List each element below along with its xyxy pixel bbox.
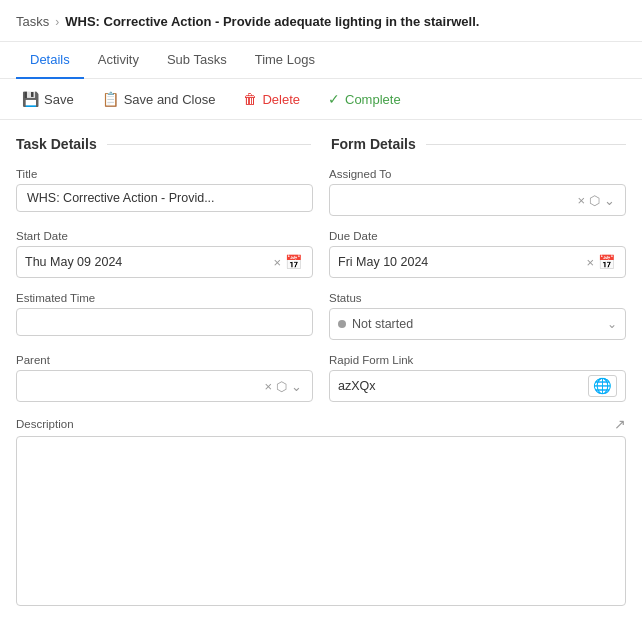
- estimated-time-input[interactable]: [16, 308, 313, 336]
- assigned-to-input-wrap: × ⬡ ⌄: [329, 184, 626, 216]
- tab-bar: Details Activity Sub Tasks Time Logs: [0, 42, 642, 79]
- title-field: Title: [16, 168, 313, 216]
- status-label: Status: [329, 292, 626, 304]
- due-date-clear-icon[interactable]: ×: [584, 255, 596, 270]
- start-date-calendar-icon[interactable]: 📅: [283, 254, 304, 270]
- parent-dropdown-icon[interactable]: ⌄: [289, 379, 304, 394]
- assigned-to-input[interactable]: [338, 193, 575, 207]
- description-expand-icon[interactable]: ↗: [614, 416, 626, 432]
- status-dropdown-icon[interactable]: ⌄: [607, 317, 617, 331]
- globe-icon[interactable]: 🌐: [588, 375, 617, 397]
- start-date-clear-icon[interactable]: ×: [271, 255, 283, 270]
- description-section: Description ↗: [16, 416, 626, 609]
- save-label: Save: [44, 92, 74, 107]
- section-headers: Task Details Form Details: [16, 136, 626, 152]
- description-textarea[interactable]: [16, 436, 626, 606]
- status-select[interactable]: Not started ⌄: [329, 308, 626, 340]
- delete-label: Delete: [262, 92, 300, 107]
- title-input[interactable]: [16, 184, 313, 212]
- description-header: Description ↗: [16, 416, 626, 432]
- form-details-header: Form Details: [331, 136, 626, 152]
- complete-label: Complete: [345, 92, 401, 107]
- parent-clear-icon[interactable]: ×: [262, 379, 274, 394]
- check-icon: ✓: [328, 91, 340, 107]
- status-field: Status Not started ⌄: [329, 292, 626, 340]
- save-icon: 💾: [22, 91, 39, 107]
- tab-timelogs[interactable]: Time Logs: [241, 42, 329, 79]
- task-details-header: Task Details: [16, 136, 311, 152]
- due-date-calendar-icon[interactable]: 📅: [596, 254, 617, 270]
- start-date-field: Start Date × 📅: [16, 230, 313, 278]
- title-label: Title: [16, 168, 313, 180]
- start-date-label: Start Date: [16, 230, 313, 242]
- delete-button[interactable]: 🗑 Delete: [237, 87, 306, 111]
- parent-label: Parent: [16, 354, 313, 366]
- rapid-form-input-wrap: 🌐: [329, 370, 626, 402]
- breadcrumb: Tasks › WHS: Corrective Action - Provide…: [0, 0, 642, 42]
- save-button[interactable]: 💾 Save: [16, 87, 80, 111]
- estimated-time-label: Estimated Time: [16, 292, 313, 304]
- start-date-input[interactable]: [25, 255, 271, 269]
- save-and-close-button[interactable]: 📋 Save and Close: [96, 87, 222, 111]
- complete-button[interactable]: ✓ Complete: [322, 87, 407, 111]
- assigned-to-clear-icon[interactable]: ×: [575, 193, 587, 208]
- delete-icon: 🗑: [243, 91, 257, 107]
- save-close-label: Save and Close: [124, 92, 216, 107]
- due-date-input[interactable]: [338, 255, 584, 269]
- parent-input-wrap: × ⬡ ⌄: [16, 370, 313, 402]
- assigned-to-label: Assigned To: [329, 168, 626, 180]
- due-date-input-wrap: × 📅: [329, 246, 626, 278]
- breadcrumb-current-page: WHS: Corrective Action - Provide adequat…: [65, 14, 479, 29]
- status-value: Not started: [352, 317, 601, 331]
- rapid-form-label: Rapid Form Link: [329, 354, 626, 366]
- status-dot: [338, 320, 346, 328]
- due-date-field: Due Date × 📅: [329, 230, 626, 278]
- description-label: Description: [16, 418, 74, 430]
- parent-input[interactable]: [25, 379, 262, 393]
- tab-details[interactable]: Details: [16, 42, 84, 79]
- rapid-form-input[interactable]: [338, 379, 588, 393]
- estimated-time-field: Estimated Time: [16, 292, 313, 340]
- tab-subtasks[interactable]: Sub Tasks: [153, 42, 241, 79]
- save-close-icon: 📋: [102, 91, 119, 107]
- due-date-label: Due Date: [329, 230, 626, 242]
- assigned-to-open-icon[interactable]: ⬡: [587, 193, 602, 208]
- parent-open-icon[interactable]: ⬡: [274, 379, 289, 394]
- parent-field: Parent × ⬡ ⌄: [16, 354, 313, 402]
- assigned-to-field: Assigned To × ⬡ ⌄: [329, 168, 626, 216]
- assigned-to-dropdown-icon[interactable]: ⌄: [602, 193, 617, 208]
- breadcrumb-separator: ›: [55, 15, 59, 29]
- form-grid: Title Assigned To × ⬡ ⌄ Start Date × 📅 D: [16, 168, 626, 402]
- rapid-form-field: Rapid Form Link 🌐: [329, 354, 626, 402]
- toolbar: 💾 Save 📋 Save and Close 🗑 Delete ✓ Compl…: [0, 79, 642, 120]
- tab-activity[interactable]: Activity: [84, 42, 153, 79]
- breadcrumb-tasks-link[interactable]: Tasks: [16, 14, 49, 29]
- start-date-input-wrap: × 📅: [16, 246, 313, 278]
- main-content: Task Details Form Details Title Assigned…: [0, 120, 642, 625]
